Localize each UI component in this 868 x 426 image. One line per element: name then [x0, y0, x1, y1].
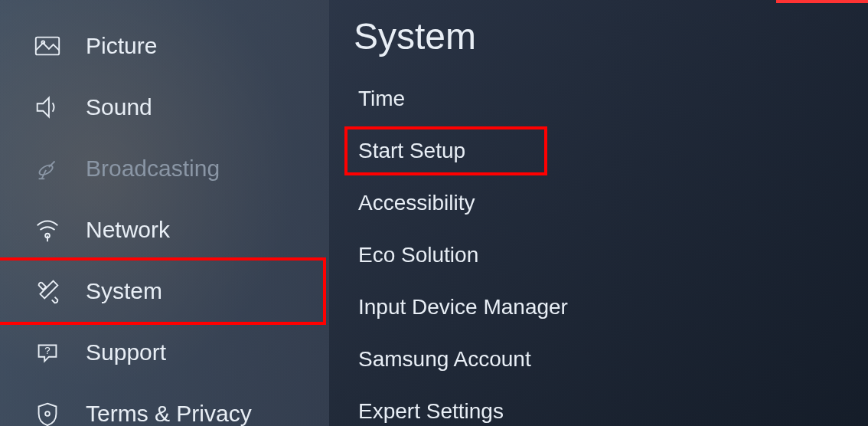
accent-border	[776, 0, 868, 3]
svg-marker-2	[38, 98, 49, 117]
page-title: System	[344, 0, 853, 71]
picture-icon	[31, 29, 64, 63]
sidebar-item-label: Support	[86, 339, 166, 365]
satellite-icon	[31, 152, 64, 185]
sidebar-item-support[interactable]: ? Support	[0, 322, 329, 383]
submenu-item-samsung-account[interactable]: Samsung Account	[344, 335, 853, 384]
support-icon: ?	[31, 336, 64, 369]
network-icon	[31, 213, 64, 247]
svg-text:?: ?	[44, 345, 50, 356]
sidebar-item-system[interactable]: System	[0, 257, 326, 325]
sidebar-item-label: Picture	[86, 33, 157, 59]
sidebar-item-label: System	[86, 278, 162, 304]
submenu-item-time[interactable]: Time	[344, 74, 853, 123]
sidebar-item-label: Terms & Privacy	[86, 401, 252, 426]
submenu-item-input-device-manager[interactable]: Input Device Manager	[344, 283, 853, 332]
shield-icon	[31, 397, 64, 426]
tools-icon	[31, 274, 64, 308]
sidebar-item-label: Broadcasting	[86, 156, 220, 182]
submenu-item-accessibility[interactable]: Accessibility	[344, 179, 853, 228]
sidebar-item-broadcasting: Broadcasting	[0, 138, 329, 199]
sidebar-menu: Picture Sound Broadcasting Network Syste…	[0, 0, 329, 426]
sidebar-item-picture[interactable]: Picture	[0, 15, 329, 77]
main-panel: System Time Start Setup Accessibility Ec…	[329, 0, 868, 426]
submenu-item-eco-solution[interactable]: Eco Solution	[344, 231, 853, 280]
sidebar-item-label: Network	[86, 217, 170, 243]
sidebar-item-sound[interactable]: Sound	[0, 77, 329, 138]
sound-icon	[31, 90, 64, 124]
submenu-item-start-setup[interactable]: Start Setup	[344, 126, 547, 175]
submenu-item-expert-settings[interactable]: Expert Settings	[344, 387, 853, 426]
svg-point-10	[45, 411, 50, 416]
sidebar-item-network[interactable]: Network	[0, 199, 329, 261]
sidebar-item-terms-privacy[interactable]: Terms & Privacy	[0, 383, 329, 426]
sidebar-item-label: Sound	[86, 94, 152, 120]
